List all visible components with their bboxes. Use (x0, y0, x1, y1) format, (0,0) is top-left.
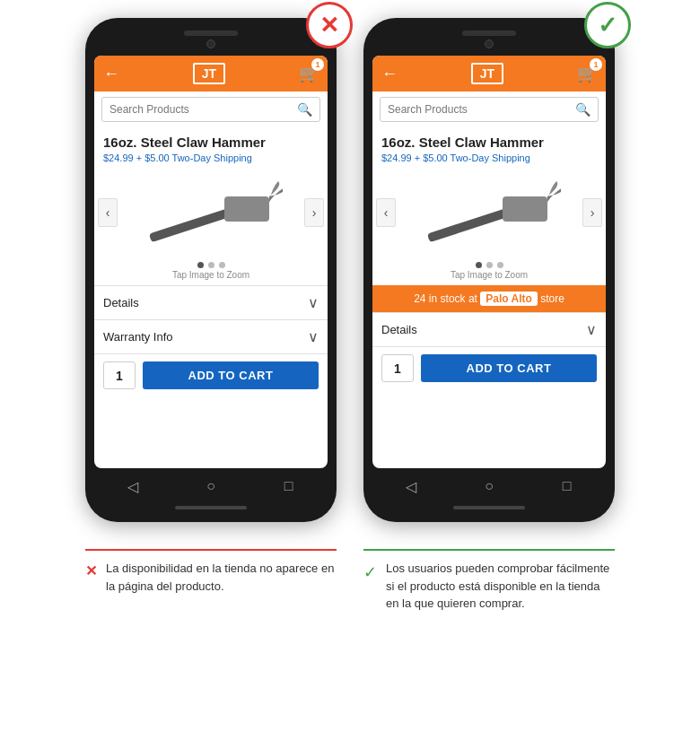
phone-bottom-bar-good (453, 506, 525, 509)
carousel-dots (94, 258, 328, 270)
quantity-input[interactable]: 1 (103, 361, 136, 389)
search-bar-good[interactable]: 🔍 (380, 97, 599, 122)
good-separator (363, 549, 615, 551)
good-caption-icon: ✓ (363, 561, 377, 585)
bad-caption-icon: ✕ (85, 561, 97, 582)
recents-nav[interactable]: □ (276, 477, 302, 495)
home-nav[interactable]: ○ (197, 477, 224, 495)
good-badge: ✓ (584, 2, 631, 48)
warranty-accordion[interactable]: Warranty Info ∨ (94, 319, 328, 353)
cart-icon[interactable]: 🛒 1 (299, 64, 319, 83)
product-price: $24.99 + $5.00 Two-Day Shipping (103, 152, 319, 163)
phone-top-good (372, 30, 606, 50)
svg-rect-3 (503, 196, 547, 222)
product-info-good: 16oz. Steel Claw Hammer $24.99 + $5.00 T… (372, 127, 606, 167)
warranty-chevron: ∨ (308, 328, 319, 345)
phones-comparison: ✕ ← JT 🛒 1 🔍 (9, 18, 691, 522)
carousel-dots-good (372, 258, 606, 270)
svg-rect-2 (427, 206, 515, 242)
cart-badge: 1 (311, 58, 324, 71)
search-input-good[interactable] (388, 103, 575, 116)
app-logo: JT (193, 63, 225, 84)
speaker (184, 30, 238, 36)
dot-3 (219, 262, 225, 268)
details-accordion-good[interactable]: Details ∨ (372, 312, 606, 346)
phone-top (94, 30, 328, 50)
hammer-illustration (139, 177, 283, 248)
bad-separator (85, 549, 337, 551)
carousel-prev[interactable]: ‹ (98, 198, 118, 227)
details-chevron-good: ∨ (586, 321, 597, 338)
bottom-nav: ◁ ○ □ (94, 470, 328, 501)
dot-g-2 (486, 262, 493, 268)
dot-1 (197, 262, 204, 268)
good-phone-wrapper: ✓ ← JT 🛒 1 🔍 (363, 18, 615, 522)
hammer-illustration-good (417, 177, 561, 248)
image-carousel-good: ‹ › (372, 167, 606, 258)
phone-bottom-bar (175, 506, 247, 509)
details-label-good: Details (381, 323, 417, 336)
quantity-input-good[interactable]: 1 (381, 354, 414, 382)
search-icon: 🔍 (297, 102, 312, 117)
back-button-good[interactable]: ← (381, 65, 398, 83)
cart-icon-good[interactable]: 🛒 1 (577, 64, 597, 83)
details-accordion[interactable]: Details ∨ (94, 285, 328, 319)
back-nav-good[interactable]: ◁ (398, 477, 424, 495)
add-to-cart-row-good: 1 ADD TO CART (372, 346, 606, 389)
add-to-cart-button-good[interactable]: ADD TO CART (421, 354, 597, 382)
back-nav[interactable]: ◁ (119, 477, 146, 495)
good-caption-text: Los usuarios pueden comprobar fácilmente… (386, 560, 615, 613)
good-phone-screen: ← JT 🛒 1 🔍 16oz. Steel Claw Hammer $24.9… (372, 56, 606, 468)
bad-phone: ← JT 🛒 1 🔍 16oz. Steel Claw Hammer $24.9… (85, 18, 337, 522)
location-highlight: Palo Alto (480, 292, 538, 306)
carousel-next[interactable]: › (304, 198, 324, 227)
app-header-good: ← JT 🛒 1 (372, 56, 606, 91)
details-label: Details (103, 296, 139, 309)
search-bar[interactable]: 🔍 (101, 97, 320, 122)
stock-banner: 24 in stock at Palo Alto store (372, 285, 606, 312)
camera (206, 39, 215, 48)
dot-g-1 (476, 262, 482, 268)
add-to-cart-row: 1 ADD TO CART (94, 353, 328, 396)
good-caption: ✓ Los usuarios pueden comprobar fácilmen… (363, 560, 615, 613)
svg-rect-0 (149, 206, 237, 242)
image-carousel: ‹ › (94, 167, 328, 258)
product-image-good (408, 172, 570, 253)
bad-caption: ✕ La disponibilidad en la tienda no apar… (85, 560, 337, 595)
bad-phone-screen: ← JT 🛒 1 🔍 16oz. Steel Claw Hammer $24.9… (94, 56, 328, 468)
product-info: 16oz. Steel Claw Hammer $24.99 + $5.00 T… (94, 127, 328, 167)
good-phone: ← JT 🛒 1 🔍 16oz. Steel Claw Hammer $24.9… (363, 18, 615, 522)
carousel-next-good[interactable]: › (582, 198, 602, 227)
tap-zoom-label-good: Tap Image to Zoom (372, 270, 606, 285)
recents-nav-good[interactable]: □ (554, 477, 581, 495)
tap-zoom-label: Tap Image to Zoom (94, 270, 328, 285)
bad-badge: ✕ (306, 2, 353, 48)
bottom-nav-good: ◁ ○ □ (372, 470, 606, 501)
captions-row: ✕ La disponibilidad en la tienda no apar… (9, 536, 691, 613)
search-icon-good: 🔍 (575, 102, 591, 117)
product-price-good: $24.99 + $5.00 Two-Day Shipping (381, 152, 597, 163)
bad-caption-text: La disponibilidad en la tienda no aparec… (106, 560, 337, 595)
back-button[interactable]: ← (103, 65, 119, 83)
search-input[interactable] (109, 103, 297, 116)
app-header: ← JT 🛒 1 (94, 56, 328, 91)
add-to-cart-button[interactable]: ADD TO CART (143, 361, 319, 389)
dot-g-3 (497, 262, 503, 268)
app-logo-good: JT (471, 63, 503, 84)
home-nav-good[interactable]: ○ (476, 477, 503, 495)
product-title-good: 16oz. Steel Claw Hammer (381, 135, 597, 151)
details-chevron: ∨ (308, 294, 319, 311)
carousel-prev-good[interactable]: ‹ (376, 198, 396, 227)
product-title: 16oz. Steel Claw Hammer (103, 135, 319, 151)
cart-badge-good: 1 (590, 58, 602, 71)
product-image (130, 172, 292, 253)
bad-phone-wrapper: ✕ ← JT 🛒 1 🔍 (85, 18, 337, 522)
speaker-good (462, 30, 516, 36)
dot-2 (208, 262, 214, 268)
warranty-label: Warranty Info (103, 330, 173, 344)
camera-good (485, 39, 494, 48)
svg-rect-1 (224, 196, 269, 222)
